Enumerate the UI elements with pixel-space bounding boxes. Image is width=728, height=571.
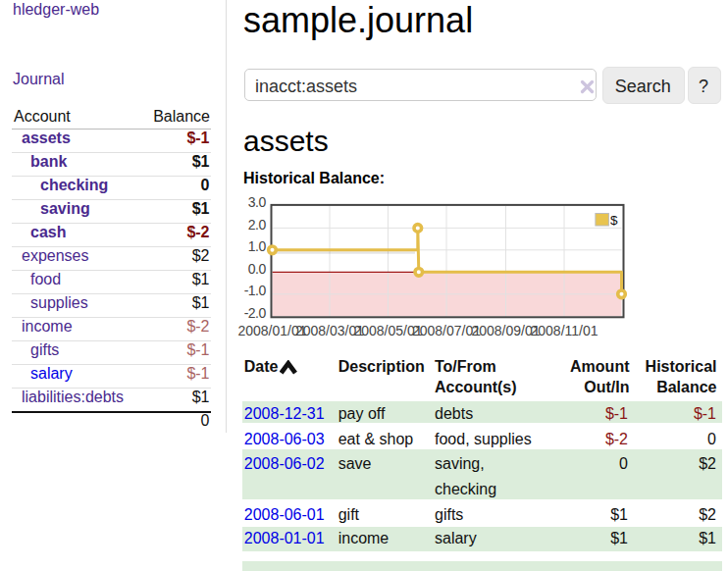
svg-text:2.0: 2.0 — [248, 217, 267, 233]
svg-text:$: $ — [610, 213, 618, 228]
svg-text:3.0: 3.0 — [248, 196, 267, 210]
svg-text:2008/11/01: 2008/11/01 — [530, 323, 598, 338]
svg-text:-2.0: -2.0 — [244, 305, 267, 321]
svg-text:1.0: 1.0 — [248, 238, 267, 254]
svg-text:0.0: 0.0 — [248, 261, 267, 277]
svg-text:-1.0: -1.0 — [244, 283, 267, 298]
